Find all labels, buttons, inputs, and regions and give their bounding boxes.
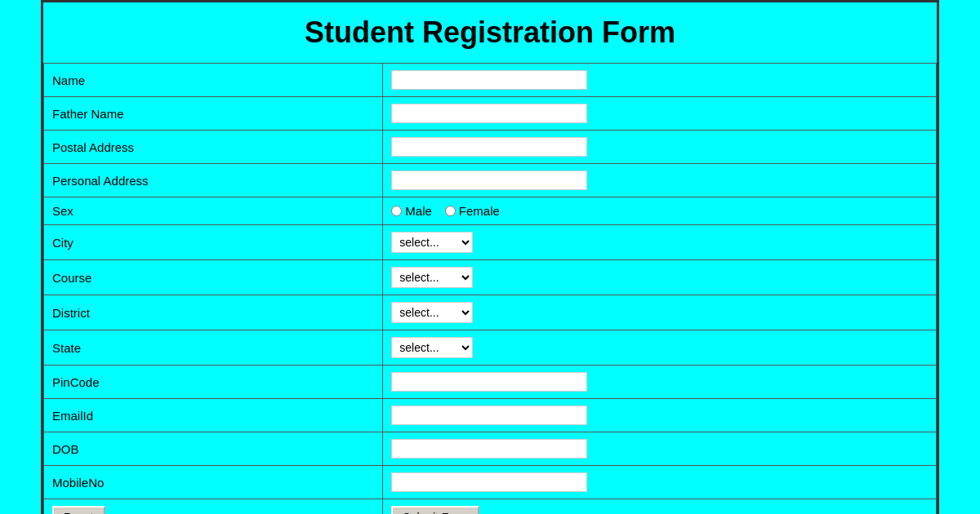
label-dob: DOB (44, 432, 383, 466)
table-row: DOB (44, 432, 937, 466)
input-father-name[interactable] (391, 104, 587, 123)
table-row: PinCode (44, 366, 937, 399)
input-dob[interactable] (391, 439, 587, 459)
table-row: District select... (44, 295, 937, 330)
select-state[interactable]: select... (391, 337, 473, 358)
select-course[interactable]: select... (391, 267, 473, 288)
table-row: Sex Male Female (44, 197, 937, 225)
radio-male[interactable] (391, 206, 402, 216)
form-title: Student Registration Form (43, 2, 937, 63)
table-row: Postal Address (44, 131, 937, 164)
table-row: Personal Address (44, 164, 937, 197)
label-father-name: Father Name (44, 97, 383, 131)
input-name[interactable] (391, 70, 587, 90)
label-city: City (44, 225, 383, 260)
radio-female[interactable] (445, 206, 456, 216)
sex-radio-group: Male Female (391, 204, 928, 218)
label-pincode: PinCode (44, 366, 383, 399)
select-city[interactable]: select... (391, 232, 473, 253)
form-container: Student Registration Form Name Father Na… (41, 0, 939, 514)
label-state: State (44, 330, 383, 366)
button-row: Reset Submit Form (44, 499, 937, 515)
label-sex: Sex (44, 197, 383, 225)
table-row: State select... (44, 330, 937, 366)
table-row: MobileNo (44, 466, 937, 499)
select-district[interactable]: select... (391, 302, 473, 323)
table-row: City select... (44, 225, 937, 260)
registration-table: Name Father Name Postal Address Personal… (43, 63, 937, 514)
table-row: Course select... (44, 260, 937, 295)
input-emailid[interactable] (391, 405, 587, 425)
table-row: Father Name (44, 97, 937, 131)
radio-female-label[interactable]: Female (445, 204, 500, 218)
table-row: EmailId (44, 399, 937, 432)
label-emailid: EmailId (44, 399, 383, 432)
input-postal-address[interactable] (391, 137, 587, 157)
input-pincode[interactable] (391, 372, 587, 392)
label-district: District (44, 295, 383, 330)
label-course: Course (44, 260, 383, 295)
radio-male-label[interactable]: Male (391, 204, 432, 218)
table-row: Name (44, 64, 937, 97)
label-personal-address: Personal Address (44, 164, 383, 197)
submit-button[interactable]: Submit Form (391, 506, 479, 514)
input-mobileno[interactable] (391, 472, 587, 492)
input-personal-address[interactable] (391, 171, 587, 190)
label-name: Name (44, 64, 383, 97)
label-mobileno: MobileNo (44, 466, 383, 499)
reset-button[interactable]: Reset (52, 506, 105, 514)
label-postal-address: Postal Address (44, 131, 383, 164)
